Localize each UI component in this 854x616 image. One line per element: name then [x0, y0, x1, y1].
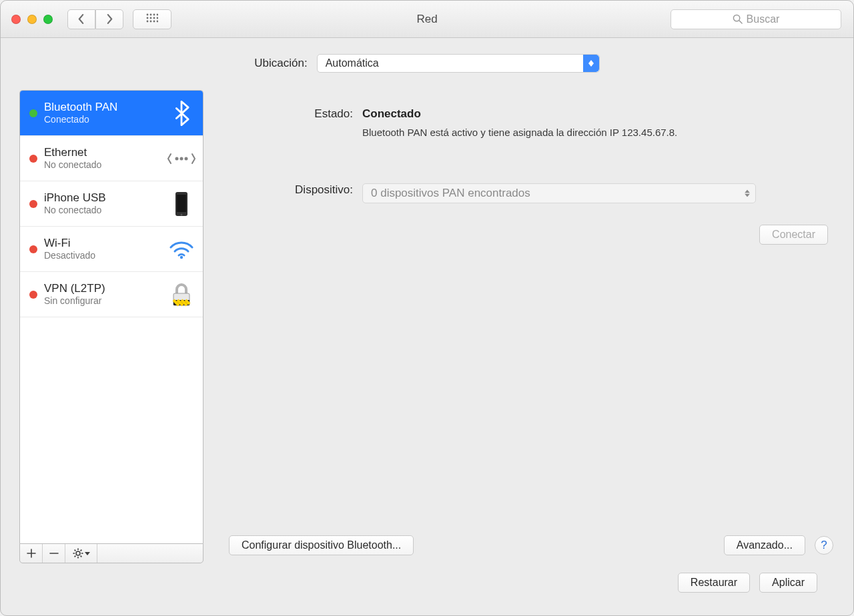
ethernet-icon [167, 149, 196, 169]
network-preferences-window: Red Buscar Ubicación: Automática [0, 0, 854, 616]
window-controls [11, 15, 53, 24]
svg-point-16 [185, 157, 187, 159]
main-row: Bluetooth PAN Conectado Ethernet No cone… [19, 90, 835, 563]
svg-line-13 [739, 21, 741, 23]
svg-point-3 [157, 13, 158, 15]
interface-name: Bluetooth PAN [44, 101, 167, 114]
show-all-button[interactable] [133, 9, 171, 29]
interface-vpn[interactable]: VPN (L2TP) Sin configurar [20, 272, 203, 317]
interface-ethernet[interactable]: Ethernet No conectado [20, 136, 203, 181]
action-menu-button[interactable] [65, 544, 97, 563]
zoom-window-button[interactable] [43, 15, 53, 24]
status-label: Estado: [220, 107, 362, 139]
status-row: Estado: Conectado Bluetooth PAN está act… [220, 107, 835, 139]
interface-iphone-usb[interactable]: iPhone USB No conectado [20, 181, 203, 227]
window-title: Red [416, 13, 437, 26]
svg-point-19 [181, 213, 183, 215]
device-label: Dispositivo: [220, 183, 362, 203]
interface-status: No conectado [44, 159, 167, 171]
location-value: Automática [326, 57, 379, 69]
details-panel: Estado: Conectado Bluetooth PAN está act… [220, 90, 835, 563]
minimize-window-button[interactable] [27, 15, 37, 24]
forward-button[interactable] [95, 9, 123, 29]
updown-icon [745, 190, 750, 197]
status-dot-icon [29, 155, 37, 163]
revert-button[interactable]: Restaurar [678, 573, 750, 593]
device-select[interactable]: 0 dispositivos PAN encontrados [362, 183, 756, 203]
titlebar: Red Buscar [1, 1, 853, 38]
wifi-icon [167, 239, 196, 259]
connect-button[interactable]: Conectar [759, 225, 828, 245]
svg-point-8 [147, 20, 149, 22]
advanced-button[interactable]: Avanzado... [724, 535, 805, 555]
interface-name: Ethernet [44, 146, 167, 159]
apply-button[interactable]: Aplicar [759, 573, 817, 593]
search-icon [733, 14, 743, 24]
device-row: Dispositivo: 0 dispositivos PAN encontra… [220, 183, 835, 203]
device-value: 0 dispositivos PAN encontrados [371, 187, 530, 200]
svg-point-10 [153, 20, 155, 22]
svg-point-11 [157, 20, 158, 22]
svg-point-15 [181, 157, 183, 159]
close-window-button[interactable] [11, 15, 21, 24]
interface-wifi[interactable]: Wi-Fi Desactivado [20, 227, 203, 272]
status-dot-icon [29, 200, 37, 208]
location-select[interactable]: Automática [317, 54, 600, 73]
dropdown-arrows-icon [583, 55, 599, 72]
nav-buttons [67, 9, 123, 29]
interface-name: iPhone USB [44, 191, 167, 205]
window-footer: Restaurar Aplicar [19, 563, 835, 602]
svg-point-5 [150, 17, 152, 19]
plus-icon [27, 549, 36, 558]
svg-point-9 [150, 20, 152, 22]
lock-icon [167, 281, 196, 308]
sidebar: Bluetooth PAN Conectado Ethernet No cone… [19, 90, 203, 563]
remove-interface-button[interactable] [43, 544, 65, 563]
status-dot-icon [29, 109, 37, 117]
interface-status: Desactivado [44, 250, 167, 261]
svg-point-23 [76, 551, 80, 555]
minus-icon [49, 549, 59, 558]
back-button[interactable] [67, 9, 95, 29]
svg-line-30 [80, 550, 81, 551]
status-dot-icon [29, 245, 37, 253]
toolbar-spacer [97, 544, 203, 563]
add-interface-button[interactable] [20, 544, 43, 563]
status-value: Conectado [362, 107, 835, 121]
chevron-down-icon [85, 552, 90, 555]
svg-point-20 [180, 255, 183, 258]
grid-icon [146, 13, 158, 25]
svg-line-31 [74, 556, 75, 557]
connect-row: Conectar [220, 225, 835, 245]
svg-point-0 [147, 13, 149, 15]
search-placeholder: Buscar [747, 13, 780, 25]
details-content: Estado: Conectado Bluetooth PAN está act… [220, 90, 835, 245]
interfaces-list: Bluetooth PAN Conectado Ethernet No cone… [19, 90, 203, 543]
svg-point-7 [157, 17, 158, 19]
svg-point-6 [153, 17, 155, 19]
interface-name: Wi-Fi [44, 237, 167, 250]
configure-bluetooth-button[interactable]: Configurar dispositivo Bluetooth... [229, 535, 414, 555]
bluetooth-icon [167, 101, 196, 126]
iphone-icon [167, 191, 196, 217]
location-label: Ubicación: [254, 57, 307, 70]
content: Ubicación: Automática Bluetooth PAN C [1, 38, 853, 615]
svg-point-2 [153, 13, 155, 15]
status-description: Bluetooth PAN está activo y tiene asigna… [362, 126, 723, 139]
svg-line-29 [80, 556, 81, 557]
gear-icon [73, 548, 83, 559]
help-button[interactable]: ? [815, 536, 833, 555]
interface-status: Sin configurar [44, 295, 167, 307]
chevron-right-icon [105, 14, 113, 24]
location-row: Ubicación: Automática [19, 54, 835, 73]
interface-status: No conectado [44, 205, 167, 216]
interface-name: VPN (L2TP) [44, 282, 167, 295]
svg-point-14 [176, 157, 178, 159]
sidebar-toolbar [19, 543, 203, 563]
interface-status: Conectado [44, 114, 167, 125]
svg-point-4 [147, 17, 149, 19]
chevron-left-icon [77, 14, 85, 24]
status-dot-icon [29, 291, 37, 299]
search-input[interactable]: Buscar [671, 9, 841, 29]
interface-bluetooth-pan[interactable]: Bluetooth PAN Conectado [20, 91, 203, 136]
